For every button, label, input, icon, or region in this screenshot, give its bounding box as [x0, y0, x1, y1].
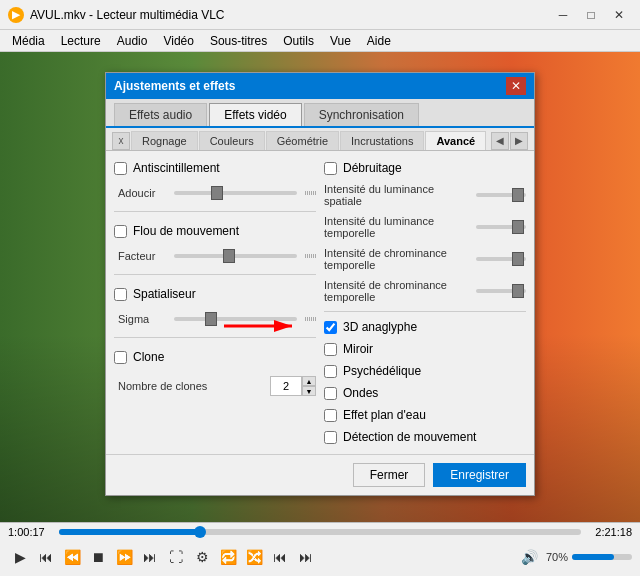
effet-eau-label[interactable]: Effet plan d'eau — [343, 408, 426, 422]
sigma-tick — [311, 317, 312, 321]
menu-outils[interactable]: Outils — [275, 30, 322, 52]
menu-lecture[interactable]: Lecture — [53, 30, 109, 52]
right-divider — [324, 311, 526, 312]
psychedelique-checkbox[interactable] — [324, 365, 337, 378]
next-playlist-button[interactable]: ⏭ — [294, 545, 318, 569]
spinner-down-button[interactable]: ▼ — [302, 386, 316, 396]
dialog-footer: Fermer Enregistrer — [106, 454, 534, 495]
stop-button[interactable]: ⏹ — [86, 545, 110, 569]
sub-tab-prev-button[interactable]: ◀ — [491, 132, 509, 150]
nombre-clones-input[interactable]: 2 — [270, 376, 302, 396]
sub-tab-rognage[interactable]: Rognage — [131, 131, 198, 150]
progress-thumb[interactable] — [194, 526, 206, 538]
debruitage-checkbox[interactable] — [324, 162, 337, 175]
ondes-row: Ondes — [324, 384, 526, 402]
prev-playlist-button[interactable]: ⏮ — [268, 545, 292, 569]
fullscreen-button[interactable]: ⛶ — [164, 545, 188, 569]
detection-label[interactable]: Détection de mouvement — [343, 430, 476, 444]
anaglyphe-checkbox[interactable] — [324, 321, 337, 334]
facteur-slider-row: Facteur — [114, 248, 316, 264]
play-button[interactable]: ▶ — [8, 545, 32, 569]
clone-label[interactable]: Clone — [133, 350, 164, 364]
menu-vue[interactable]: Vue — [322, 30, 359, 52]
menu-media[interactable]: Média — [4, 30, 53, 52]
sub-tab-avance[interactable]: Avancé — [425, 131, 486, 150]
title-bar: ▶ AVUL.mkv - Lecteur multimédia VLC ─ □ … — [0, 0, 640, 30]
volume-icon[interactable]: 🔊 — [518, 545, 542, 569]
shuffle-button[interactable]: 🔀 — [242, 545, 266, 569]
miroir-label[interactable]: Miroir — [343, 342, 373, 356]
menu-audio[interactable]: Audio — [109, 30, 156, 52]
intensite4-track — [476, 289, 526, 293]
volume-bar[interactable] — [572, 554, 632, 560]
sigma-thumb[interactable] — [205, 312, 217, 326]
ondes-checkbox[interactable] — [324, 387, 337, 400]
extended-settings-button[interactable]: ⚙ — [190, 545, 214, 569]
clone-checkbox[interactable] — [114, 351, 127, 364]
detection-checkbox[interactable] — [324, 431, 337, 444]
spatialiseur-checkbox[interactable] — [114, 288, 127, 301]
sigma-track — [174, 317, 297, 321]
tab-synchronisation[interactable]: Synchronisation — [304, 103, 419, 126]
progress-area: 1:00:17 2:21:18 — [0, 523, 640, 541]
sigma-slider-row: Sigma — [114, 311, 316, 327]
intensite3-thumb[interactable] — [512, 252, 524, 266]
flou-row: Flou de mouvement — [114, 222, 316, 240]
miroir-checkbox[interactable] — [324, 343, 337, 356]
facteur-thumb[interactable] — [223, 249, 235, 263]
progress-bar[interactable] — [59, 529, 581, 535]
effet-eau-checkbox[interactable] — [324, 409, 337, 422]
dialog-body: Antiscintillement Adoucir — [106, 151, 534, 454]
sigma-tick — [307, 317, 308, 321]
volume-label: 70% — [546, 551, 568, 563]
prev-chapter-button[interactable]: ⏮ — [34, 545, 58, 569]
maximize-button[interactable]: □ — [578, 4, 604, 26]
sub-tab-x[interactable]: x — [112, 132, 130, 150]
sigma-tick — [315, 317, 316, 321]
window-controls: ─ □ ✕ — [550, 4, 632, 26]
spinner-up-button[interactable]: ▲ — [302, 376, 316, 386]
dialog-close-button[interactable]: ✕ — [506, 77, 526, 95]
sub-tab-next-button[interactable]: ▶ — [510, 132, 528, 150]
intensite2-thumb[interactable] — [512, 220, 524, 234]
spatialiseur-label[interactable]: Spatialiseur — [133, 287, 196, 301]
antiscintillement-checkbox[interactable] — [114, 162, 127, 175]
miroir-row: Miroir — [324, 340, 526, 358]
prev-frame-button[interactable]: ⏪ — [60, 545, 84, 569]
next-chapter-button[interactable]: ⏭ — [138, 545, 162, 569]
intensite1-thumb[interactable] — [512, 188, 524, 202]
flou-label[interactable]: Flou de mouvement — [133, 224, 239, 238]
loop-button[interactable]: 🔁 — [216, 545, 240, 569]
adoucir-track — [174, 191, 297, 195]
player-bar: 1:00:17 2:21:18 ▶ ⏮ ⏪ ⏹ ⏩ ⏭ ⛶ ⚙ 🔁 🔀 ⏮ ⏭ … — [0, 522, 640, 576]
sigma-tick — [309, 317, 310, 321]
close-button[interactable]: Fermer — [353, 463, 426, 487]
menu-sous-titres[interactable]: Sous-titres — [202, 30, 275, 52]
sub-tab-geometrie[interactable]: Géométrie — [266, 131, 339, 150]
ondes-label[interactable]: Ondes — [343, 386, 378, 400]
psychedelique-label[interactable]: Psychédélique — [343, 364, 421, 378]
menu-video[interactable]: Vidéo — [155, 30, 201, 52]
debruitage-label[interactable]: Débruitage — [343, 161, 402, 175]
window-close-button[interactable]: ✕ — [606, 4, 632, 26]
save-button[interactable]: Enregistrer — [433, 463, 526, 487]
next-frame-button[interactable]: ⏩ — [112, 545, 136, 569]
intensite4-label: Intensité de chrominance temporelle — [324, 279, 472, 303]
debruitage-row: Débruitage — [324, 159, 526, 177]
left-panel: Antiscintillement Adoucir — [114, 159, 316, 446]
antiscintillement-label[interactable]: Antiscintillement — [133, 161, 220, 175]
window-title: AVUL.mkv - Lecteur multimédia VLC — [30, 8, 550, 22]
tab-effets-audio[interactable]: Effets audio — [114, 103, 207, 126]
menu-aide[interactable]: Aide — [359, 30, 399, 52]
anaglyphe-label[interactable]: 3D anaglyphe — [343, 320, 417, 334]
minimize-button[interactable]: ─ — [550, 4, 576, 26]
sub-tab-couleurs[interactable]: Couleurs — [199, 131, 265, 150]
facteur-tick — [307, 254, 308, 258]
tab-effets-video[interactable]: Effets vidéo — [209, 103, 301, 126]
sub-tab-incrustations[interactable]: Incrustations — [340, 131, 424, 150]
flou-checkbox[interactable] — [114, 225, 127, 238]
controls-row: ▶ ⏮ ⏪ ⏹ ⏩ ⏭ ⛶ ⚙ 🔁 🔀 ⏮ ⏭ 🔊 70% — [0, 541, 640, 573]
facteur-tick — [311, 254, 312, 258]
intensite4-thumb[interactable] — [512, 284, 524, 298]
adoucir-thumb[interactable] — [211, 186, 223, 200]
